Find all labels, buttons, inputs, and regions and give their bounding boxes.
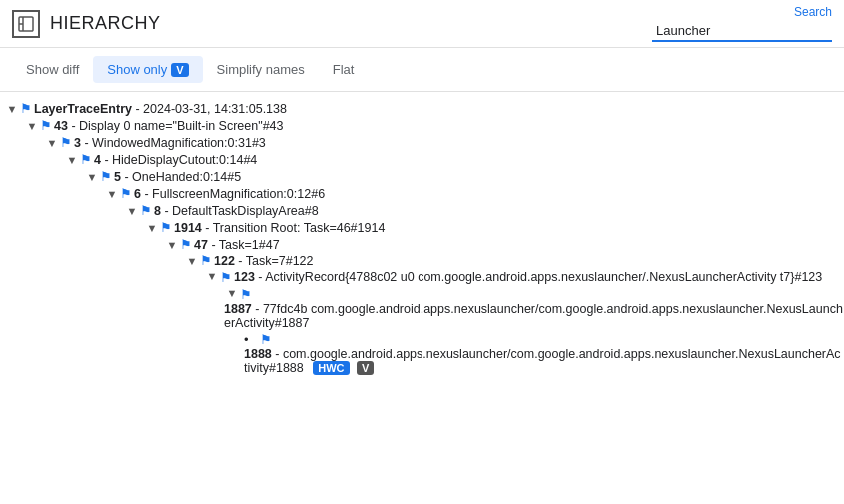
toggle-arrow[interactable] <box>104 188 120 200</box>
show-only-button[interactable]: Show only V <box>93 56 202 83</box>
node-text: 123 - ActivityRecord{4788c02 u0 com.goog… <box>234 270 822 284</box>
node-text: LayerTraceEntry - 2024-03-31, 14:31:05.1… <box>34 102 287 116</box>
search-input[interactable] <box>652 21 832 42</box>
node-text: 5 - OneHanded:0:14#5 <box>114 170 241 184</box>
toggle-arrow[interactable] <box>4 103 20 115</box>
page-title: HIERARCHY <box>50 13 161 34</box>
node-flag-icon: ⚑ <box>220 270 232 285</box>
toggle-arrow[interactable] <box>184 255 200 267</box>
show-only-v-badge: V <box>171 63 188 77</box>
node-text: 1887 - 77fdc4b com.google.android.apps.n… <box>224 302 844 330</box>
search-label: Search <box>794 5 832 19</box>
node-text: 1888 - com.google.android.apps.nexuslaun… <box>244 347 844 375</box>
toggle-arrow[interactable] <box>204 270 220 282</box>
node-flag-icon: ⚑ <box>120 186 132 201</box>
simplify-names-button[interactable]: Simplify names <box>203 56 319 83</box>
header: HIERARCHY Search <box>0 0 844 48</box>
toggle-arrow[interactable] <box>84 171 100 183</box>
node-text: 1914 - Transition Root: Task=46#1914 <box>174 221 385 235</box>
node-text: 4 - HideDisplayCutout:0:14#4 <box>94 153 257 167</box>
node-flag-icon: ⚑ <box>260 332 272 347</box>
tree-row[interactable]: ⚑ 4 - HideDisplayCutout:0:14#4 <box>0 151 844 168</box>
tree-row[interactable]: ⚑ 43 - Display 0 name="Built-in Screen"#… <box>0 117 844 134</box>
tree-row[interactable]: ⚑ 123 - ActivityRecord{4788c02 u0 com.go… <box>0 269 844 286</box>
node-flag-icon: ⚑ <box>60 135 72 150</box>
hierarchy-icon <box>12 10 40 38</box>
tree-row[interactable]: ⚑ 6 - FullscreenMagnification:0:12#6 <box>0 185 844 202</box>
tree-row[interactable]: ⚑ 1914 - Transition Root: Task=46#1914 <box>0 219 844 236</box>
tree-row[interactable]: • ⚑ 1888 - com.google.android.apps.nexus… <box>0 331 844 376</box>
tree-row[interactable]: ⚑ 3 - WindowedMagnification:0:31#3 <box>0 134 844 151</box>
flat-button[interactable]: Flat <box>319 56 369 83</box>
toolbar: Show diff Show only V Simplify names Fla… <box>0 48 844 92</box>
bullet-icon: • <box>244 332 260 347</box>
show-diff-button[interactable]: Show diff <box>12 56 93 83</box>
toggle-arrow[interactable] <box>144 222 160 234</box>
node-text: 122 - Task=7#122 <box>214 254 314 268</box>
toggle-arrow[interactable] <box>44 137 60 149</box>
node-flag-icon: ⚑ <box>100 169 112 184</box>
node-text: 47 - Task=1#47 <box>194 238 280 252</box>
toggle-arrow[interactable] <box>224 287 240 299</box>
toggle-arrow[interactable] <box>124 205 140 217</box>
toggle-arrow[interactable] <box>24 120 40 132</box>
show-only-label: Show only <box>107 62 167 77</box>
header-left: HIERARCHY <box>12 10 161 38</box>
node-flag-icon: ⚑ <box>180 237 192 252</box>
tree-row[interactable]: ⚑ LayerTraceEntry - 2024-03-31, 14:31:05… <box>0 100 844 117</box>
search-container: Search <box>652 5 832 42</box>
tree-area: ⚑ LayerTraceEntry - 2024-03-31, 14:31:05… <box>0 92 844 504</box>
node-flag-icon: ⚑ <box>40 118 52 133</box>
tree-row[interactable]: ⚑ 1887 - 77fdc4b com.google.android.apps… <box>0 286 844 331</box>
node-text: 43 - Display 0 name="Built-in Screen"#43 <box>54 119 283 133</box>
node-flag-icon: ⚑ <box>80 152 92 167</box>
node-flag-icon: ⚑ <box>240 287 252 302</box>
toggle-arrow[interactable] <box>64 154 80 166</box>
node-flag-icon: ⚑ <box>20 101 32 116</box>
hwc-badge: HWC <box>313 361 349 375</box>
node-flag-icon: ⚑ <box>140 203 152 218</box>
node-text: 8 - DefaultTaskDisplayArea#8 <box>154 204 319 218</box>
node-flag-icon: ⚑ <box>160 220 172 235</box>
node-text: 3 - WindowedMagnification:0:31#3 <box>74 136 266 150</box>
tree-row[interactable]: ⚑ 47 - Task=1#47 <box>0 236 844 252</box>
show-only-badge-wrap: Show only V <box>107 62 188 77</box>
node-flag-icon: ⚑ <box>200 253 212 268</box>
node-text: 6 - FullscreenMagnification:0:12#6 <box>134 187 325 201</box>
toggle-arrow[interactable] <box>164 239 180 251</box>
tree-row[interactable]: ⚑ 8 - DefaultTaskDisplayArea#8 <box>0 202 844 219</box>
tree-row[interactable]: ⚑ 122 - Task=7#122 <box>0 252 844 269</box>
tree-row[interactable]: ⚑ 5 - OneHanded:0:14#5 <box>0 168 844 185</box>
v-badge: V <box>357 361 374 375</box>
